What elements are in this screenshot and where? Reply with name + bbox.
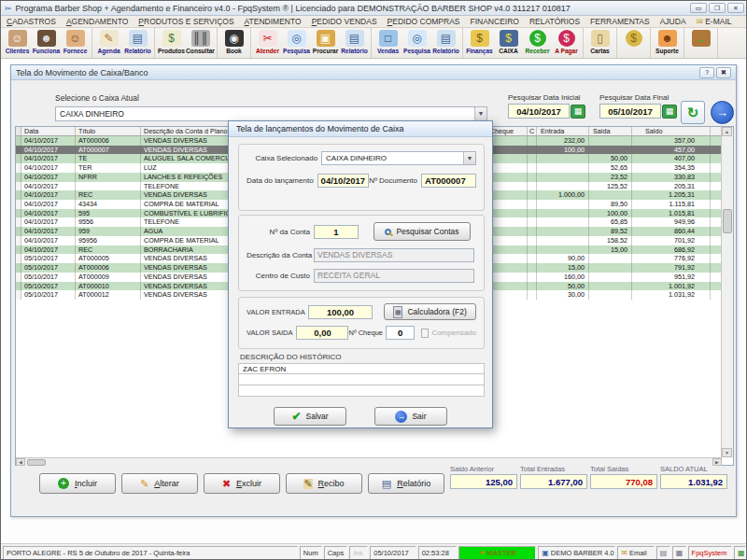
menu-ajuda[interactable]: AJUDA [660,17,686,26]
toolbar-clients-button[interactable]: ☺Clientes [3,29,32,54]
toolbar-products-button[interactable]: $Produtos [157,29,186,54]
caixa-selector-label: Selecione o Caixa Atual [55,93,139,103]
cell-data: 04/10/2017 [21,236,76,245]
menu-pedido-vendas[interactable]: PEDIDO VENDAS [312,17,377,26]
search-accounts-button[interactable]: Pesquisar Contas [374,222,471,241]
cell-sai [589,136,632,146]
cell-ent [537,245,589,255]
toolbar-cash-register-button[interactable]: $CAIXA [494,29,523,54]
toolbar-label: Pesquisa [403,48,430,54]
include-button[interactable]: +Incluir [39,473,116,494]
status-time: 02:53:28 [418,546,458,560]
minimize-button[interactable]: ▭ [690,3,707,13]
toolbar-group-5: □Vendas◎Pesquisa▤Relatório [372,28,463,58]
menu-ferramentas[interactable]: FERRAMENTAS [590,17,650,26]
toolbar-attend-button[interactable]: ✂Atender [253,29,282,54]
toolbar-employees-button[interactable]: ☻Funciona [32,29,61,54]
cell-sal: 1.115,81 [632,200,711,209]
toolbar-letters-button[interactable]: ▯Cartas [585,29,614,54]
menu-pedido-compras[interactable]: PEDIDO COMPRAS [388,17,460,26]
toolbar-sales-button[interactable]: □Vendas [374,29,402,54]
report-button[interactable]: ▤Relatório [368,473,444,494]
cell-ent [537,182,589,191]
toolbar-group-4: ✂Atender◎Pesquisa▣Procurar▤Relatório [251,28,372,58]
document-field[interactable]: AT000007 [421,174,476,188]
value-in-label: VALOR ENTRADA [247,308,304,316]
close-button[interactable]: ✕ [727,3,744,13]
scroll-up-icon[interactable]: ▲ [722,127,732,136]
toolbar-payable-button[interactable]: $A Pagar [552,29,581,54]
toolbar-attend-report-button[interactable]: ▤Relatório [340,29,369,54]
arrow-right-icon: → [716,105,728,119]
menu-agendamento[interactable]: AGENDAMENTO [66,17,128,26]
exit-button[interactable]: → Sair [374,407,447,426]
column-header-c: C [528,127,537,135]
cell-sai [589,273,632,282]
toolbar-coin-button[interactable]: $ [619,29,648,48]
toolbar-schedule-report-button[interactable]: ▤Relatório [123,29,152,54]
toolbar-label: Pesquisa [283,48,310,54]
menu-financeiro[interactable]: FINANCEIRO [471,17,519,26]
maximize-button[interactable]: ❐ [709,3,726,13]
menu-atendimento[interactable]: ATENDIMENTO [245,17,302,26]
status-brand: FpqSystem [688,546,732,560]
account-number-field[interactable]: 1 [314,225,359,239]
go-button[interactable]: → [711,101,734,124]
toolbar-receivable-button[interactable]: $Receber [523,29,552,54]
toolbar-sales-report-button[interactable]: ▤Relatório [431,29,460,54]
status-num-lock: Num [300,546,322,560]
help-icon[interactable]: ? [699,67,714,78]
save-button[interactable]: ✔ Salvar [274,407,346,426]
cell-data: 05/10/2017 [21,263,76,273]
cell-data: 04/10/2017 [21,146,76,155]
value-out-field[interactable]: 0,00 [296,326,348,340]
menu-e-mail[interactable]: ✉E-MAIL [697,17,732,26]
cell-sal: 951,92 [632,273,711,282]
vscroll-thumb[interactable] [723,209,732,233]
scroll-down-icon[interactable]: ▼ [722,448,732,457]
menu-relat-rios[interactable]: RELATÓRIOS [529,17,580,26]
caixa-label: Caixa Selecionado [247,154,317,162]
date-initial-field[interactable]: 04/10/2017 [508,104,570,119]
scroll-left-icon[interactable]: ◀ [16,458,25,466]
cell-c [528,190,537,200]
value-in-field[interactable]: 100,00 [308,305,373,319]
toolbar-group-10: → [684,28,718,58]
toolbar-finance-button[interactable]: $Finanças [465,29,494,54]
calculator-button[interactable]: ▦ Calculadora (F2) [384,303,476,320]
toolbar-sales-search-button[interactable]: ◎Pesquisa [402,29,431,54]
refresh-button[interactable]: ↻ [681,101,705,124]
toolbar-products-lookup-button[interactable]: ║║Consultar [186,29,215,54]
toolbar-schedule-button[interactable]: ✎Agenda [94,29,123,54]
cell-ent [537,154,589,163]
toolbar-attend-search-button[interactable]: ◎Pesquisa [282,29,311,54]
status-email[interactable]: ✉Email [617,546,655,560]
toolbar-label: Vendas [377,48,399,54]
date-final-field[interactable]: 05/10/2017 [599,104,661,119]
vertical-scrollbar[interactable]: ▲ ▼ [721,127,733,457]
toolbar-attend-browse-button[interactable]: ▣Procurar [311,29,340,54]
history-line[interactable]: ZAC EFRON [238,363,485,374]
cheque-number-field[interactable]: 0 [386,326,415,340]
launch-date-field[interactable]: 04/10/2017 [317,174,370,188]
history-line[interactable] [238,385,485,397]
history-line[interactable] [238,374,485,385]
panel-titlebar: Tela do Movimento de Caixa/Banco ? ✖ [11,65,736,80]
cell-ent [537,227,589,236]
toolbar-exit-button[interactable]: → [686,29,715,48]
toolbar-book-button[interactable]: ◉Book [219,29,248,54]
cell-c [528,282,537,291]
toolbar-support-button[interactable]: ☻Suporte [653,29,682,54]
menu-produtos-e-servi-os[interactable]: PRODUTOS E SERVIÇOS [138,17,233,26]
delete-button[interactable]: ✖Excluir [204,473,280,494]
edit-button[interactable]: ✎Alterar [121,473,198,494]
calendar-icon[interactable]: ▦ [662,105,677,119]
dialog-caixa-select[interactable]: CAIXA DINHEIRO ▼ [321,151,476,165]
panel-close-icon[interactable]: ✖ [716,67,731,78]
toolbar-suppliers-button[interactable]: ☺Fornece [61,29,90,54]
receipt-button[interactable]: ✎Recibo [286,473,362,494]
calendar-icon[interactable]: ▦ [571,105,585,119]
hscroll-thumb[interactable] [27,459,46,466]
caixa-selector[interactable]: CAIXA DINHEIRO ▼ [55,106,487,121]
menu-cadastros[interactable]: CADASTROS [7,17,56,26]
